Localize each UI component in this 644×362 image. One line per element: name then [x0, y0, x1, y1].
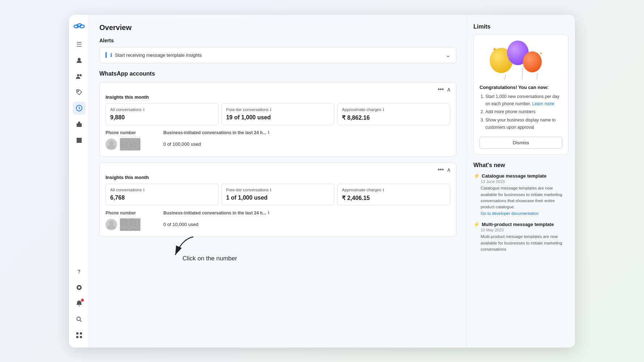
all-conv-info-icon-2[interactable]: ℹ	[143, 188, 145, 192]
congrats-item-1: Start 1,000 new conversations per day on…	[485, 93, 562, 108]
annotation: Click on the number	[172, 235, 237, 262]
news-item-2-date: 10 May 2023	[473, 228, 568, 232]
free-tier-box-1: Free-tier conversations ℹ 19 of 1,000 us…	[222, 103, 335, 125]
meta-logo	[73, 21, 85, 32]
all-conv-info-icon-1[interactable]: ℹ	[143, 107, 145, 112]
usage-text-2: 0 of 10,000 used	[163, 222, 450, 227]
sidebar-help-icon[interactable]: ?	[73, 265, 86, 278]
sidebar-grid-icon[interactable]	[73, 329, 86, 342]
biz-info-icon-1[interactable]: ℹ	[268, 130, 269, 135]
sidebar-business-icon[interactable]	[73, 118, 86, 131]
alert-chevron-icon[interactable]: ⌄	[446, 52, 450, 59]
phone-col-label-1: Phone number	[106, 130, 163, 135]
sidebar-buildings-icon[interactable]	[73, 133, 86, 146]
sidebar-settings-icon[interactable]	[73, 281, 86, 294]
free-tier-value-2: 1 of 1,000 used	[226, 195, 330, 201]
phone-avatar-2[interactable]	[106, 219, 117, 230]
sidebar-tags-icon[interactable]	[73, 86, 86, 99]
account-card-2-wrapper: ••• ∧ Insights this month All conversati…	[99, 162, 456, 237]
phone-avatar-1[interactable]	[106, 139, 117, 150]
usage-text-1: 0 of 100,000 used	[163, 141, 450, 147]
card-body-2: Insights this month All conversations ℹ …	[100, 175, 456, 237]
svg-line-26	[522, 66, 523, 80]
svg-rect-15	[76, 332, 78, 335]
phone-info-row-1: 0 of 100,000 used	[106, 138, 450, 150]
approx-charges-info-icon-1[interactable]: ℹ	[383, 107, 384, 112]
free-tier-box-2: Free-tier conversations ℹ 1 of 1,000 use…	[222, 184, 335, 205]
bolt-icon-1: ⚡	[473, 173, 480, 179]
phone-avatar-wrap-1	[106, 138, 163, 150]
sidebar-notifications-icon[interactable]	[73, 297, 86, 310]
alert-left: ℹ Start receiving message template insig…	[106, 52, 202, 58]
free-tier-title-2: Free-tier conversations ℹ	[226, 188, 330, 192]
phone-row-header-2: Phone number Business-initiated conversa…	[106, 210, 450, 216]
all-conversations-value-1: 9,880	[110, 114, 214, 121]
congrats-list: Start 1,000 new conversations per day on…	[480, 93, 562, 131]
free-tier-title-1: Free-tier conversations ℹ	[226, 107, 330, 112]
page-title: Overview	[99, 24, 456, 32]
sidebar-contacts-icon[interactable]	[73, 70, 86, 83]
dismiss-button[interactable]: Dismiss	[480, 137, 562, 149]
svg-rect-10	[78, 140, 79, 141]
card-header-1: ••• ∧	[100, 82, 456, 94]
account-card-2: ••• ∧ Insights this month All conversati…	[99, 162, 456, 237]
phone-qr-2	[120, 218, 140, 231]
alert-text: Start receiving message template insight…	[115, 52, 202, 58]
all-conversations-title-1: All conversations ℹ	[110, 107, 214, 112]
free-tier-info-icon-1[interactable]: ℹ	[270, 107, 271, 112]
notification-badge-dot	[81, 298, 84, 302]
limits-section-title: Limits	[473, 24, 568, 30]
approx-charges-info-icon-2[interactable]: ℹ	[383, 188, 384, 192]
insights-label-1: Insights this month	[106, 94, 450, 100]
card-collapse-icon-2[interactable]: ∧	[447, 166, 451, 173]
wa-section-title: WhatsApp accounts	[99, 71, 456, 77]
svg-point-3	[78, 58, 81, 61]
balloons-area: ✦ ✦ ✦	[480, 41, 562, 80]
card-collapse-icon-1[interactable]: ∧	[447, 86, 451, 93]
svg-rect-17	[76, 336, 78, 338]
sidebar-menu-icon[interactable]: ☰	[73, 38, 86, 51]
svg-point-5	[80, 74, 82, 76]
congrats-item-3: Show your business display name to custo…	[485, 116, 562, 131]
insights-label-2: Insights this month	[106, 175, 450, 180]
news-item-1-date: 13 June 2023	[473, 179, 568, 184]
whats-new-title: What's new	[473, 162, 568, 169]
news-item-1-header: ⚡ Catalogue message template	[473, 173, 568, 179]
news-item-1-desc: Catalogue message templates are now avai…	[473, 185, 568, 210]
approx-charges-box-1: Approximate charges ℹ ₹ 8,862.16	[337, 103, 450, 125]
free-tier-info-icon-2[interactable]: ℹ	[270, 188, 271, 192]
congrats-title: Congratulations! You can now:	[480, 85, 562, 90]
sidebar-profile-icon[interactable]	[73, 54, 86, 67]
news-item-2-desc: Multi-product message templates are now …	[473, 234, 568, 252]
phone-col-label-2: Phone number	[106, 210, 163, 216]
card-more-icon-2[interactable]: •••	[438, 166, 444, 173]
svg-rect-12	[78, 139, 79, 140]
approx-charges-title-2: Approximate charges ℹ	[342, 188, 446, 192]
approx-charges-title-1: Approximate charges ℹ	[342, 107, 446, 112]
sidebar-search-icon[interactable]	[73, 313, 86, 326]
account-card-1: ••• ∧ Insights this month All conversati…	[99, 82, 456, 157]
alert-banner: ℹ Start receiving message template insig…	[99, 47, 456, 63]
approx-charges-value-2: ₹ 2,406.15	[342, 195, 446, 201]
congrats-item-2: Add more phone numbers	[485, 108, 562, 115]
svg-point-6	[77, 90, 78, 91]
card-body-1: Insights this month All conversations ℹ …	[100, 94, 456, 156]
news-item-1-link[interactable]: Go to developer documentation	[473, 211, 568, 216]
sidebar-overview-icon[interactable]	[73, 102, 86, 115]
svg-rect-16	[80, 332, 82, 335]
phone-qr-1	[120, 138, 140, 150]
svg-rect-8	[77, 123, 82, 127]
annotation-text: Click on the number	[183, 255, 237, 262]
card-more-icon-1[interactable]: •••	[438, 86, 444, 93]
alerts-section-title: Alerts	[99, 38, 456, 43]
biz-col-label-1: Business-initiated conversations in the …	[163, 130, 450, 135]
biz-col-label-2: Business-initiated conversations in the …	[163, 210, 450, 216]
right-panel: Limits ✦ ✦ ✦	[467, 15, 575, 348]
sidebar: ☰ ?	[69, 15, 89, 348]
svg-rect-11	[80, 140, 81, 141]
bolt-icon-2: ⚡	[473, 221, 480, 227]
learn-more-link[interactable]: Learn more	[532, 101, 554, 106]
approx-charges-value-1: ₹ 8,862.16	[342, 114, 446, 121]
insights-grid-1: All conversations ℹ 9,880 Free-tier conv…	[106, 103, 450, 125]
biz-info-icon-2[interactable]: ℹ	[268, 210, 269, 215]
